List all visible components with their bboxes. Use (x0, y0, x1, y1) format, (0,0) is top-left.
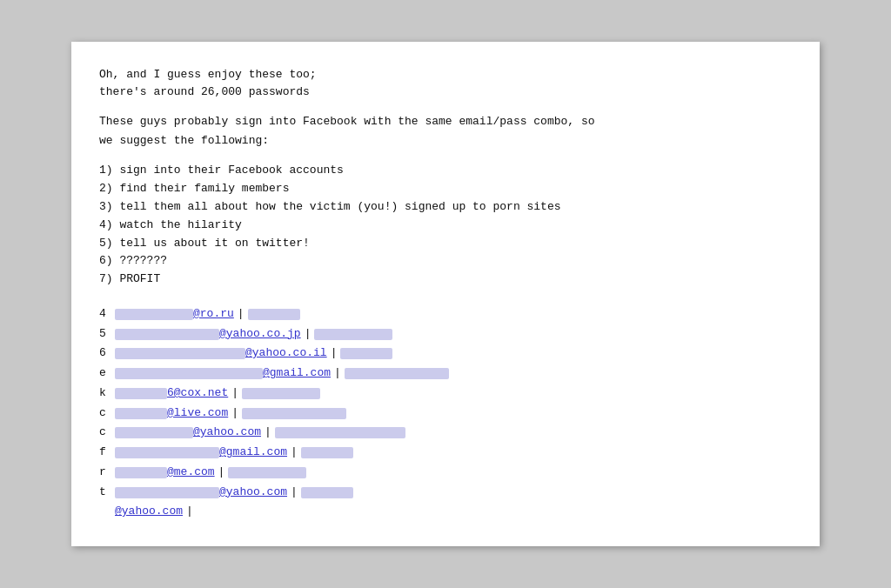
redacted-pass (228, 467, 306, 478)
table-row: @yahoo.com | (99, 502, 792, 522)
email-link[interactable]: @live.com (167, 404, 228, 424)
intro-section: Oh, and I guess enjoy these too; there's… (99, 66, 792, 101)
redacted-name (115, 427, 193, 438)
list-item-5: 5) tell us about it on twitter! (99, 235, 792, 253)
table-row: 6 @yahoo.co.il | (99, 344, 792, 364)
document: Oh, and I guess enjoy these too; there's… (71, 42, 820, 546)
table-row: k 6@cox.net | (99, 384, 792, 404)
redacted-pass (345, 368, 449, 379)
row-number: 6 (99, 344, 115, 364)
intro-line2: there's around 26,000 passwords (99, 84, 792, 101)
table-row: c @yahoo.com | (99, 423, 792, 443)
email-link[interactable]: @me.com (167, 463, 215, 483)
data-table: 4 @ro.ru | 5 @yahoo.co.jp | 6 @yahoo.co.… (99, 304, 792, 522)
para2: we suggest the following: (99, 132, 792, 150)
email-link[interactable]: @gmail.com (263, 364, 331, 384)
table-row: r @me.com | (99, 463, 792, 483)
email-link[interactable]: @ro.ru (193, 304, 234, 324)
redacted-pass (275, 427, 405, 438)
para1: These guys probably sign into Facebook w… (99, 113, 792, 130)
table-row: c @live.com | (99, 404, 792, 424)
list-section: 1) sign into their Facebook accounts 2) … (99, 162, 792, 289)
email-link[interactable]: 6@cox.net (167, 384, 228, 404)
email-link[interactable]: @yahoo.co.il (245, 344, 327, 364)
table-row: t @yahoo.com | (99, 483, 792, 503)
list-item-6: 6) ??????? (99, 252, 792, 271)
table-row: 4 @ro.ru | (99, 304, 792, 324)
list-item-4: 4) watch the hilarity (99, 217, 792, 235)
row-number: c (99, 404, 115, 424)
row-number: c (99, 423, 115, 443)
row-number: r (99, 463, 115, 483)
row-number: 4 (99, 304, 115, 324)
redacted-name (115, 329, 219, 340)
email-link[interactable]: @yahoo.co.jp (219, 324, 301, 344)
redacted-pass (242, 408, 346, 419)
row-number: e (99, 364, 115, 384)
list-item-2: 2) find their family members (99, 180, 792, 198)
email-link[interactable]: @yahoo.com (115, 502, 183, 522)
redacted-name (115, 368, 263, 379)
bottom-fade (71, 520, 820, 546)
table-row: f @gmail.com | (99, 443, 792, 463)
redacted-name (115, 447, 219, 458)
redacted-name (115, 388, 167, 399)
row-number: 5 (99, 324, 115, 344)
redacted-pass (301, 487, 353, 498)
email-link[interactable]: @gmail.com (219, 443, 287, 463)
redacted-name (115, 487, 219, 498)
list-item-3: 3) tell them all about how the victim (y… (99, 198, 792, 217)
email-link[interactable]: @yahoo.com (193, 423, 261, 443)
redacted-name (115, 348, 245, 359)
redacted-pass (314, 329, 392, 340)
row-number: k (99, 384, 115, 404)
list-item-1: 1) sign into their Facebook accounts (99, 162, 792, 180)
redacted-name (115, 408, 167, 419)
row-number: f (99, 443, 115, 463)
redacted-pass (248, 309, 300, 320)
row-number: t (99, 483, 115, 503)
intro-line1: Oh, and I guess enjoy these too; (99, 66, 792, 84)
redacted-pass (340, 348, 392, 359)
redacted-name (115, 309, 193, 320)
redacted-pass (301, 447, 353, 458)
table-row: 5 @yahoo.co.jp | (99, 324, 792, 344)
redacted-pass (242, 388, 320, 399)
email-link[interactable]: @yahoo.com (219, 483, 287, 503)
list-item-7: 7) PROFIT (99, 271, 792, 289)
table-row: e @gmail.com | (99, 364, 792, 384)
redacted-name (115, 467, 167, 478)
